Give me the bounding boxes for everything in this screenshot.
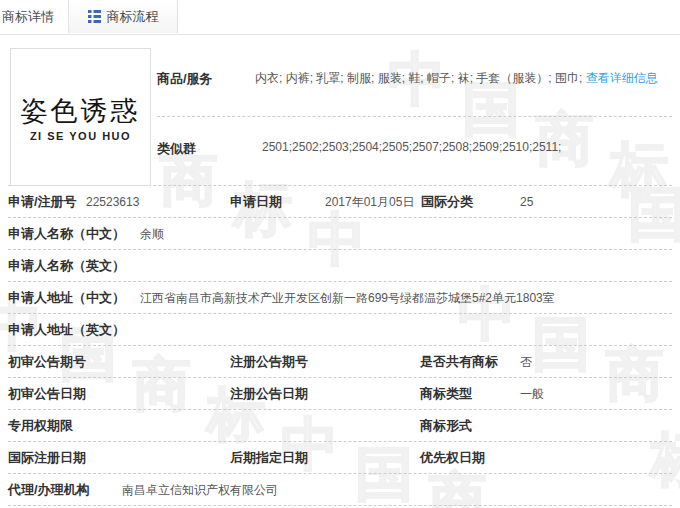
goods-services-label: 商品/服务 bbox=[157, 70, 255, 88]
table-row-announcement-date: 初审公告日期 注册公告日期 商标类型 一般 bbox=[0, 378, 680, 410]
top-section: 姿色诱惑 ZI SE YOU HUO 商品/服务 内衣; 内裤; 乳罩; 制服;… bbox=[0, 34, 680, 186]
goods-services-value: 内衣; 内裤; 乳罩; 制服; 服装; 鞋; 帽子; 袜; 手套（服装）; 围巾… bbox=[255, 70, 658, 87]
table-row-exclusive-period: 专用权期限 商标形式 bbox=[0, 410, 680, 442]
exclusive-period-label: 专用权期限 bbox=[8, 417, 230, 435]
applicant-name-cn-label: 申请人名称（中文） bbox=[8, 225, 140, 243]
goods-services-text: 内衣; 内裤; 乳罩; 制服; 服装; 鞋; 帽子; 袜; 手套（服装）; 围巾… bbox=[255, 71, 586, 85]
agency-label: 代理/办理机构 bbox=[8, 481, 122, 499]
applicant-address-cn-value: 江西省南昌市高新技术产业开发区创新一路699号绿都温莎城堡5#2单元1803室 bbox=[140, 290, 555, 307]
table-row-announcement-issue: 初审公告期号 注册公告期号 是否共有商标 否 bbox=[0, 346, 680, 378]
similar-group-label: 类似群 bbox=[157, 140, 262, 158]
view-details-link[interactable]: 查看详细信息 bbox=[586, 71, 658, 85]
trademark-name-en: ZI SE YOU HUO bbox=[30, 130, 131, 142]
table-row-registration: 申请/注册号 22523613 申请日期 2017年01月05日 国际分类 25 bbox=[0, 186, 680, 218]
list-icon bbox=[88, 10, 101, 23]
applicant-address-cn-label: 申请人地址（中文） bbox=[8, 289, 140, 307]
table-row-applicant-address-en: 申请人地址（英文） bbox=[0, 314, 680, 346]
application-number-label: 申请/注册号 bbox=[8, 193, 86, 211]
goods-services-row: 商品/服务 内衣; 内裤; 乳罩; 制服; 服装; 鞋; 帽子; 袜; 手套（服… bbox=[157, 70, 676, 88]
agency-value: 南昌卓立信知识产权有限公司 bbox=[122, 482, 278, 499]
registration-date-label: 注册公告日期 bbox=[230, 385, 420, 403]
tab-trademark-detail[interactable]: 商标详情 bbox=[2, 0, 54, 33]
trademark-detail-panel: 姿色诱惑 ZI SE YOU HUO 商品/服务 内衣; 内裤; 乳罩; 制服;… bbox=[0, 34, 680, 508]
table-row-applicant-address-cn: 申请人地址（中文） 江西省南昌市高新技术产业开发区创新一路699号绿都温莎城堡5… bbox=[0, 282, 680, 314]
applicant-name-cn-value: 余顺 bbox=[140, 226, 164, 243]
later-designation-date-label: 后期指定日期 bbox=[230, 449, 420, 467]
shared-trademark-label: 是否共有商标 bbox=[420, 353, 520, 371]
tab-bar: 商标详情 商标流程 bbox=[0, 0, 680, 35]
application-number-value: 22523613 bbox=[86, 195, 230, 209]
application-date-label: 申请日期 bbox=[230, 193, 325, 211]
similar-group-row: 类似群 2501;2502;2503;2504;2505;2507;2508;2… bbox=[157, 140, 676, 158]
intl-class-value: 25 bbox=[520, 195, 533, 209]
trademark-image: 姿色诱惑 ZI SE YOU HUO bbox=[10, 48, 151, 186]
preliminary-date-label: 初审公告日期 bbox=[8, 385, 230, 403]
applicant-name-en-label: 申请人名称（英文） bbox=[8, 257, 140, 275]
tab-trademark-flow[interactable]: 商标流程 bbox=[68, 0, 178, 33]
priority-date-label: 优先权日期 bbox=[420, 449, 520, 467]
table-row-applicant-name-cn: 申请人名称（中文） 余顺 bbox=[0, 218, 680, 250]
similar-group-value: 2501;2502;2503;2504;2505;2507;2508;2509;… bbox=[262, 140, 561, 154]
tab-trademark-flow-label: 商标流程 bbox=[107, 8, 159, 26]
shared-trademark-value: 否 bbox=[520, 354, 532, 371]
table-row-international-dates: 国际注册日期 后期指定日期 优先权日期 bbox=[0, 442, 680, 474]
trademark-name-cn: 姿色诱惑 bbox=[21, 93, 141, 129]
trademark-form-label: 商标形式 bbox=[420, 417, 520, 435]
application-date-value: 2017年01月05日 bbox=[325, 194, 421, 211]
registration-issue-label: 注册公告期号 bbox=[230, 353, 420, 371]
table-row-applicant-name-en: 申请人名称（英文） bbox=[0, 250, 680, 282]
table-row-agency: 代理/办理机构 南昌卓立信知识产权有限公司 bbox=[0, 474, 680, 506]
divider bbox=[157, 116, 672, 117]
applicant-address-en-label: 申请人地址（英文） bbox=[8, 321, 140, 339]
intl-registration-date-label: 国际注册日期 bbox=[8, 449, 230, 467]
trademark-type-value: 一般 bbox=[520, 386, 544, 403]
preliminary-issue-label: 初审公告期号 bbox=[8, 353, 230, 371]
trademark-type-label: 商标类型 bbox=[420, 385, 520, 403]
intl-class-label: 国际分类 bbox=[421, 193, 520, 211]
